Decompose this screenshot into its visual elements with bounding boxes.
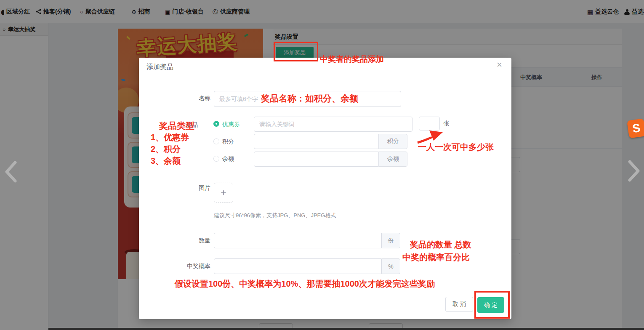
carousel-prev-button[interactable]: [3, 160, 19, 185]
coupon-keyword-input[interactable]: [254, 117, 412, 132]
balance-suffix: 余额: [379, 152, 407, 167]
annotation-name-note: 奖品名称：如积分、余额: [261, 93, 358, 104]
coupon-radio-label[interactable]: 优惠券: [222, 121, 240, 128]
annotation-type-2: 2、积分: [151, 144, 181, 155]
annotation-box-confirm: [474, 291, 510, 319]
page: ⬤ 区域分红 推客(分销) ○ 聚合供应链 ♻ 招商 ▣ 门店-收银台 Ⓢ 供应…: [0, 0, 644, 330]
points-input[interactable]: [254, 134, 379, 149]
points-radio[interactable]: [213, 138, 219, 144]
image-upload-box[interactable]: +: [214, 183, 233, 203]
coupon-radio[interactable]: [213, 121, 219, 127]
balance-radio[interactable]: [213, 156, 219, 162]
annotation-prob-note: 中奖的概率百分比: [402, 252, 470, 263]
qty-suffix: 份: [381, 233, 400, 248]
annotation-box-add-button: [274, 42, 318, 61]
annotation-bottom-note: 假设设置100份、中奖概率为10%、那需要抽1000次才能发完这些奖励: [175, 278, 435, 290]
prob-label: 中奖概率: [177, 263, 210, 270]
image-hint: 建议尺寸96*96像素，支持JPG、PNG、JPEG格式: [214, 212, 336, 219]
annotation-type-3: 3、余额: [151, 155, 181, 167]
watermark-s-logo: S: [627, 118, 644, 138]
prob-input[interactable]: [214, 258, 381, 274]
image-label: 图片: [177, 184, 210, 192]
annotation-qty-note: 奖品的数量 总数: [410, 239, 471, 250]
carousel-next-button[interactable]: [626, 159, 641, 184]
annotation-type-title: 奖品类型: [159, 120, 194, 132]
annotation-type-1: 1、优惠券: [151, 132, 189, 143]
close-icon[interactable]: ×: [497, 60, 502, 69]
coupon-unit-label: 张: [443, 120, 449, 128]
annotation-unit-note: 一人一次可中多少张: [418, 141, 494, 153]
name-label: 名称: [177, 95, 210, 102]
balance-radio-label[interactable]: 余额: [222, 155, 234, 163]
cancel-button[interactable]: 取 消: [445, 297, 473, 312]
dialog-title: 添加奖品: [146, 63, 173, 72]
points-radio-label[interactable]: 积分: [222, 138, 234, 146]
balance-input[interactable]: [254, 152, 379, 167]
qty-input[interactable]: [214, 233, 381, 248]
prob-suffix: %: [381, 258, 400, 274]
plus-icon: +: [221, 187, 226, 199]
annotation-add-note: 中奖者的奖品添加: [320, 54, 384, 65]
qty-label: 数量: [177, 237, 210, 245]
points-suffix: 积分: [379, 134, 407, 149]
